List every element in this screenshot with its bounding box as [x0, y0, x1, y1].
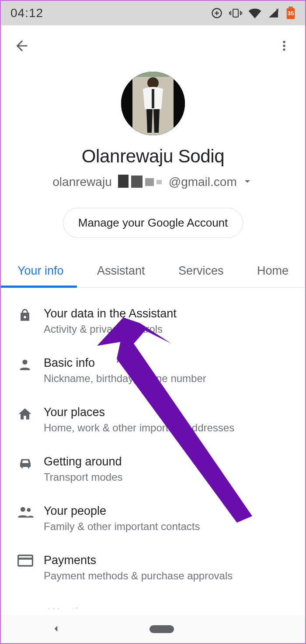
- item-sub: Home, work & other important addresses: [44, 422, 292, 434]
- battery-percent: 35: [288, 10, 294, 17]
- svg-point-22: [21, 507, 25, 512]
- item-sub: Family & other important contacts: [44, 520, 292, 533]
- status-time: 04:12: [10, 6, 43, 20]
- item-title: Your people: [44, 504, 292, 518]
- svg-point-19: [22, 360, 27, 365]
- item-title: Payments: [44, 554, 292, 567]
- system-nav-bar: [1, 615, 305, 643]
- svg-rect-4: [230, 11, 231, 15]
- item-title: Basic info: [44, 356, 292, 370]
- home-icon: [17, 406, 32, 423]
- item-your-data[interactable]: Your data in the Assistant Activity & pr…: [1, 296, 305, 346]
- item-your-people[interactable]: Your people Family & other important con…: [1, 494, 305, 543]
- tab-home[interactable]: Home: [257, 257, 289, 287]
- item-sub: Nickname, birthday, phone number: [44, 372, 292, 385]
- status-icons: × 35: [211, 7, 296, 20]
- nav-home-pill[interactable]: [150, 625, 174, 633]
- tab-your-info[interactable]: Your info: [17, 257, 64, 287]
- svg-rect-16: [132, 72, 174, 77]
- tab-services[interactable]: Services: [178, 257, 224, 287]
- svg-rect-7: [241, 12, 242, 14]
- status-bar: 04:12 × 35: [1, 1, 305, 25]
- email-suffix: @gmail.com: [169, 175, 237, 189]
- item-title: Getting around: [44, 455, 292, 468]
- svg-point-11: [283, 41, 285, 43]
- battery-icon: 35: [286, 7, 296, 20]
- car-icon: [17, 456, 33, 471]
- svg-rect-18: [152, 89, 154, 108]
- svg-point-20: [21, 464, 23, 466]
- arrow-back-icon: [14, 38, 30, 55]
- email-redacted: [116, 175, 164, 189]
- more-vert-icon: [278, 39, 291, 54]
- item-title: Your data in the Assistant: [44, 307, 292, 320]
- svg-rect-5: [240, 11, 241, 15]
- tab-assistant[interactable]: Assistant: [97, 257, 145, 287]
- app-bar: [1, 25, 305, 67]
- card-icon: [17, 554, 33, 568]
- display-name: Olanrewaju Sodiq: [82, 146, 225, 167]
- chevron-down-icon: [241, 175, 254, 189]
- add-alarm-icon: [211, 7, 223, 19]
- svg-rect-10: [289, 7, 292, 8]
- signal-icon: ×: [268, 8, 280, 18]
- account-switcher[interactable]: olanrewaju @gmail.com: [52, 175, 253, 189]
- svg-point-12: [283, 45, 285, 47]
- item-title: Your places: [44, 406, 292, 419]
- item-basic-info[interactable]: Basic info Nickname, birthday, phone num…: [1, 346, 305, 395]
- item-getting-around[interactable]: Getting around Transport modes: [1, 444, 305, 494]
- item-sub: Activity & privacy controls: [44, 323, 292, 335]
- svg-rect-24: [18, 555, 33, 566]
- settings-list: Your data in the Assistant Activity & pr…: [1, 288, 305, 592]
- svg-point-21: [28, 464, 29, 466]
- item-your-places[interactable]: Your places Home, work & other important…: [1, 395, 305, 444]
- item-weather-peek: Weather: [48, 606, 93, 609]
- item-payments[interactable]: Payments Payment methods & purchase appr…: [1, 543, 305, 592]
- svg-rect-3: [233, 9, 238, 17]
- svg-text:×: ×: [276, 8, 279, 13]
- nav-back-button[interactable]: [45, 619, 66, 640]
- email-prefix: olanrewaju: [52, 175, 111, 189]
- chevron-left-icon: [50, 623, 62, 636]
- lock-icon: [17, 308, 32, 324]
- back-button[interactable]: [11, 36, 32, 57]
- person-icon: [17, 357, 32, 374]
- profile-header: Olanrewaju Sodiq olanrewaju @gmail.com M…: [1, 67, 305, 238]
- item-sub: Payment methods & purchase approvals: [44, 570, 292, 582]
- tab-indicator: [1, 286, 77, 288]
- avatar[interactable]: [121, 72, 185, 135]
- overflow-menu-button[interactable]: [274, 36, 295, 57]
- wifi-icon: [248, 8, 261, 18]
- svg-point-23: [27, 508, 31, 512]
- item-sub: Transport modes: [44, 471, 292, 483]
- people-icon: [17, 505, 34, 520]
- manage-account-button[interactable]: Manage your Google Account: [63, 208, 243, 238]
- vibrate-icon: [229, 7, 242, 19]
- tabs: Your info Assistant Services Home: [1, 257, 305, 288]
- svg-rect-6: [229, 12, 230, 14]
- svg-point-13: [283, 48, 285, 51]
